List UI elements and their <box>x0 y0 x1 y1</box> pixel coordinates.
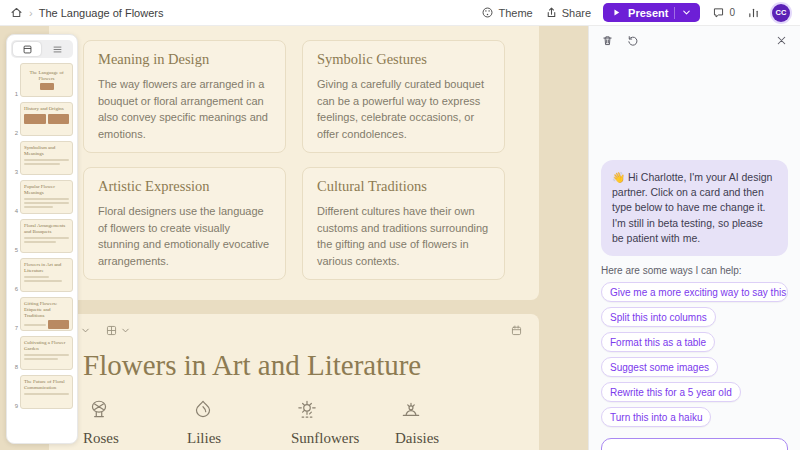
thumbnail-number: 5 <box>11 247 18 253</box>
share-button[interactable]: Share <box>545 6 591 19</box>
card-layout-button[interactable] <box>101 322 135 339</box>
slide-thumbnail-2[interactable]: 2 History and Origins <box>11 102 73 136</box>
card-body: Floral designers use the language of flo… <box>98 203 271 269</box>
slide-thumbnail-4[interactable]: 4 Popular Flower Meanings <box>11 180 73 214</box>
share-icon <box>545 6 558 19</box>
thumbnail-title: The Future of Floral Communication <box>24 379 69 391</box>
thumbnail-preview: History and Origins <box>20 102 73 136</box>
lily-icon <box>191 398 215 422</box>
present-button-label: Present <box>628 7 668 19</box>
breadcrumb-chevron-icon: › <box>29 7 33 19</box>
card-view-button[interactable] <box>13 42 41 56</box>
view-toggle <box>11 40 73 58</box>
rose-icon <box>87 398 111 422</box>
suggestion-chip-table[interactable]: Format this as a table <box>601 332 715 352</box>
suggestion-chip-haiku[interactable]: Turn this into a haiku <box>601 407 711 427</box>
breadcrumb: › The Language of Flowers <box>10 6 163 19</box>
slide-thumbnail-5[interactable]: 5 Floral Arrangements and Bouquets <box>11 219 73 253</box>
slide-thumbnail-3[interactable]: 3 Symbolism and Meanings <box>11 141 73 175</box>
thumbnail-number: 2 <box>11 130 18 136</box>
analytics-button[interactable] <box>747 6 760 19</box>
thumbnail-preview: Popular Flower Meanings <box>20 180 73 214</box>
theme-button-label: Theme <box>498 7 532 19</box>
thumbnail-title: Symbolism and Meanings <box>24 145 69 157</box>
share-button-label: Share <box>562 7 591 19</box>
history-icon[interactable] <box>626 34 639 47</box>
thumbnail-image <box>48 320 70 329</box>
bar-chart-icon <box>747 6 760 19</box>
content-card-cultural-traditions[interactable]: Cultural Traditions Different cultures h… <box>302 167 505 280</box>
card-title: Cultural Traditions <box>317 178 490 195</box>
suggestion-chip-exciting[interactable]: Give me a more exciting way to say this <box>601 282 788 302</box>
thumbnail-preview: The Future of Floral Communication <box>20 375 73 409</box>
ai-greeting-message: 👋 Hi Charlotte, I'm your AI design partn… <box>601 160 788 256</box>
thumbnail-title: Floral Arrangements and Bouquets <box>24 223 69 235</box>
thumbnail-title: The Language of Flowers <box>24 70 69 82</box>
flower-item-sunflowers[interactable]: Sunflowers <box>291 398 383 447</box>
thumbnail-number: 8 <box>11 364 18 370</box>
flower-label: Roses <box>83 430 175 447</box>
sunflower-icon <box>295 398 319 422</box>
flower-label: Sunflowers <box>291 430 383 447</box>
thumbnail-title: Popular Flower Meanings <box>24 184 69 196</box>
thumbnail-preview: Flowers in Art and Literature <box>20 258 73 292</box>
thumbnail-preview: Cultivating a Flower Garden <box>20 336 73 370</box>
suggestion-chip-columns[interactable]: Split this into columns <box>601 307 716 327</box>
present-button[interactable]: Present <box>603 3 700 22</box>
card-toolbar <box>61 322 527 339</box>
slide-thumbnail-6[interactable]: 6 Flowers in Art and Literature <box>11 258 73 292</box>
slide-thumbnail-8[interactable]: 8 Cultivating a Flower Garden <box>11 336 73 370</box>
top-bar: › The Language of Flowers Theme Share Pr… <box>0 0 800 26</box>
card-body: Giving a carefully curated bouquet can b… <box>317 76 490 142</box>
thumbnail-number: 7 <box>11 325 18 331</box>
flower-item-lilies[interactable]: Lilies <box>187 398 279 447</box>
thumbnail-preview: Symbolism and Meanings <box>20 141 73 175</box>
home-icon[interactable] <box>10 6 23 19</box>
comment-count: 0 <box>729 7 735 18</box>
content-card-artistic-expression[interactable]: Artistic Expression Floral designers use… <box>83 167 286 280</box>
list-view-button[interactable] <box>43 42 71 56</box>
flower-label: Daisies <box>395 430 487 447</box>
ai-assistant-panel: 👋 Hi Charlotte, I'm your AI design partn… <box>588 26 800 450</box>
thumbnail-sidebar: 1 The Language of Flowers 2 History and … <box>6 34 78 444</box>
chat-input[interactable] <box>601 438 788 450</box>
avatar[interactable]: CC <box>772 4 790 22</box>
comment-icon <box>712 6 725 19</box>
trash-icon[interactable] <box>601 34 614 47</box>
slide-thumbnail-7[interactable]: 7 Gifting Flowers: Etiquette and Traditi… <box>11 297 73 331</box>
flower-columns: Roses Lilies Sunflowers Daisies <box>83 398 527 447</box>
present-divider <box>674 7 675 19</box>
slide-title[interactable]: Flowers in Art and Literature <box>83 349 527 382</box>
slide-thumbnail-1[interactable]: 1 The Language of Flowers <box>11 63 73 97</box>
card-grid: Meaning in Design The way flowers are ar… <box>83 40 505 280</box>
content-card-symbolic-gestures[interactable]: Symbolic Gestures Giving a carefully cur… <box>302 40 505 153</box>
close-icon[interactable] <box>775 34 788 47</box>
slide-floral-arrangements: Meaning in Design The way flowers are ar… <box>49 26 539 300</box>
thumbnail-title: Flowers in Art and Literature <box>24 262 69 274</box>
flower-label: Lilies <box>187 430 279 447</box>
document-title[interactable]: The Language of Flowers <box>39 7 164 19</box>
thumbnail-image <box>40 83 54 90</box>
comments-button[interactable] <box>712 6 725 19</box>
thumbnail-title: History and Origins <box>24 106 69 112</box>
suggestion-chip-5-year-old[interactable]: Rewrite this for a 5 year old <box>601 382 741 402</box>
chevron-down-icon[interactable] <box>681 7 692 18</box>
theme-button[interactable]: Theme <box>481 6 532 19</box>
thumbnail-image <box>24 114 46 124</box>
thumbnail-number: 3 <box>11 169 18 175</box>
daisy-icon <box>399 398 423 422</box>
slide-flowers-in-art[interactable]: Flowers in Art and Literature Roses Lili… <box>49 314 539 450</box>
thumbnail-image <box>48 114 70 124</box>
card-title: Symbolic Gestures <box>317 51 490 68</box>
card-template-button[interactable] <box>506 322 527 339</box>
palette-icon <box>481 6 494 19</box>
card-title: Meaning in Design <box>98 51 271 68</box>
content-card-meaning-in-design[interactable]: Meaning in Design The way flowers are ar… <box>83 40 286 153</box>
flower-item-daisies[interactable]: Daisies <box>395 398 487 447</box>
suggestion-chip-images[interactable]: Suggest some images <box>601 357 718 377</box>
card-body: Different cultures have their own custom… <box>317 203 490 269</box>
thumbnail-preview: Gifting Flowers: Etiquette and Tradition… <box>20 297 73 331</box>
slide-thumbnail-9[interactable]: 9 The Future of Floral Communication <box>11 375 73 409</box>
ai-help-intro: Here are some ways I can help: <box>601 265 788 276</box>
flower-item-roses[interactable]: Roses <box>83 398 175 447</box>
